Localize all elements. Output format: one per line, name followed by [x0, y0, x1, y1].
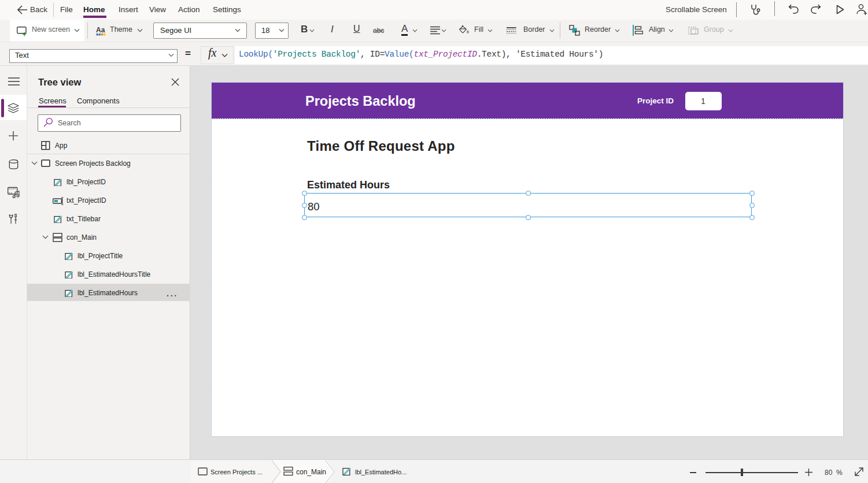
svg-text:Aa: Aa	[96, 27, 105, 34]
